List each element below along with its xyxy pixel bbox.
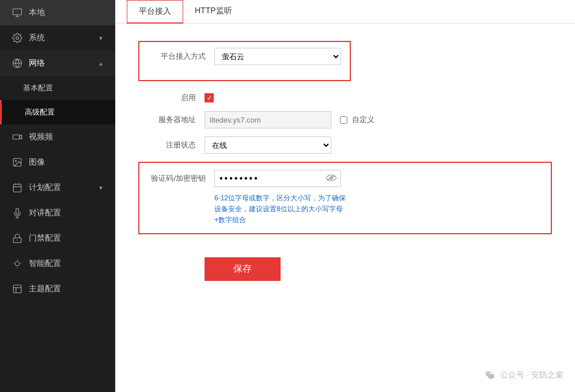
sidebar-item-local[interactable]: 本地 <box>0 0 115 25</box>
sidebar-item-door-config[interactable]: 门禁配置 <box>0 226 115 251</box>
platform-method-label: 平台接入方式 <box>148 51 206 62</box>
sidebar-item-label: 网络 <box>29 58 45 68</box>
svg-rect-10 <box>13 184 21 192</box>
sidebar-item-label: 基本配置 <box>23 83 53 93</box>
svg-rect-23 <box>13 285 21 293</box>
custom-label: 自定义 <box>352 115 374 125</box>
svg-point-17 <box>17 239 18 241</box>
enable-checkbox[interactable] <box>205 93 214 102</box>
tab-platform-access[interactable]: 平台接入 <box>127 0 183 24</box>
sidebar-item-label: 计划配置 <box>29 182 61 193</box>
smart-icon <box>12 258 23 269</box>
sidebar-item-image[interactable]: 图像 <box>0 150 115 175</box>
main-content: 平台接入 HTTP监听 平台接入方式 萤石云其他 启用 服务器地址 自定义 <box>115 0 575 392</box>
sidebar-item-label: 图像 <box>29 157 45 168</box>
intercom-icon <box>12 207 23 219</box>
platform-method-select[interactable]: 萤石云其他 <box>214 48 341 65</box>
enable-row: 启用 <box>138 93 552 103</box>
video-icon <box>12 131 23 143</box>
platform-method-row: 平台接入方式 萤石云其他 <box>148 48 341 65</box>
sidebar-item-advanced-config[interactable]: 高级配置 <box>0 100 115 124</box>
register-status-select[interactable]: 在线离线 <box>205 136 331 154</box>
sidebar-item-label: 本地 <box>29 7 45 18</box>
svg-point-18 <box>15 261 20 266</box>
chevron-down-icon: ▼ <box>98 35 104 41</box>
sidebar-item-plan-config[interactable]: 计划配置 ▼ <box>0 175 115 200</box>
sidebar-item-system[interactable]: 系统 ▼ <box>0 25 115 51</box>
sidebar-item-label: 高级配置 <box>25 107 55 117</box>
sidebar-item-smart-config[interactable]: 智能配置 <box>0 251 115 276</box>
sidebar-item-label: 系统 <box>29 33 45 43</box>
auth-hint: 6-12位字母或数字，区分大小写，为了确保设备安全，建议设置8位以上的大小写字母… <box>214 193 353 226</box>
system-icon <box>12 32 23 44</box>
sidebar-item-label: 智能配置 <box>29 258 61 269</box>
sidebar: 本地 系统 ▼ 网络 ▲ 基本配置 高级配置 视频频 图像 <box>0 0 115 392</box>
custom-checkbox[interactable] <box>340 116 347 124</box>
sidebar-item-label: 主题配置 <box>29 284 61 294</box>
auth-hint-row: 6-12位字母或数字，区分大小写，为了确保设备安全，建议设置8位以上的大小写字母… <box>148 193 542 226</box>
chevron-down-icon: ▼ <box>98 185 104 191</box>
server-address-label: 服务器地址 <box>138 115 196 125</box>
sidebar-item-basic-config[interactable]: 基本配置 <box>0 76 115 100</box>
tab-http-monitor[interactable]: HTTP监听 <box>183 0 244 24</box>
sidebar-item-label: 视频频 <box>29 132 53 142</box>
enable-label: 启用 <box>138 93 196 103</box>
platform-method-section: 平台接入方式 萤石云其他 <box>138 41 351 81</box>
sidebar-item-network[interactable]: 网络 ▲ <box>0 51 115 76</box>
platform-access-content: 平台接入方式 萤石云其他 启用 服务器地址 自定义 注册状态 在线离线 验 <box>115 24 575 392</box>
register-status-row: 注册状态 在线离线 <box>138 136 552 154</box>
svg-point-3 <box>16 37 19 40</box>
chevron-up-icon: ▲ <box>98 60 104 67</box>
sidebar-item-label: 对讲配置 <box>29 208 61 218</box>
auth-row: 验证码/加密密钥 <box>148 170 542 187</box>
auth-input[interactable] <box>214 170 341 187</box>
sidebar-item-label: 门禁配置 <box>29 233 61 243</box>
tab-bar: 平台接入 HTTP监听 <box>115 0 575 24</box>
server-address-input[interactable] <box>205 111 331 128</box>
image-icon <box>12 157 23 168</box>
plan-icon <box>12 182 23 193</box>
auth-label: 验证码/加密密钥 <box>148 173 206 184</box>
svg-rect-0 <box>13 9 22 15</box>
theme-icon <box>12 283 23 295</box>
server-address-row: 服务器地址 自定义 <box>138 111 552 128</box>
save-button[interactable]: 保存 <box>205 257 281 281</box>
sidebar-item-intercom-config[interactable]: 对讲配置 <box>0 200 115 226</box>
toggle-password-icon[interactable] <box>326 174 336 183</box>
sidebar-item-video[interactable]: 视频频 <box>0 124 115 150</box>
svg-rect-6 <box>13 135 20 139</box>
auth-section: 验证码/加密密钥 6-12位字母或数字，区分大小写，为了确保设备安全，建议设置8… <box>138 162 552 234</box>
door-icon <box>12 233 23 244</box>
svg-point-9 <box>15 160 16 161</box>
sidebar-item-theme-config[interactable]: 主题配置 <box>0 276 115 302</box>
auth-input-wrapper <box>214 170 341 187</box>
network-icon <box>12 58 23 69</box>
register-status-label: 注册状态 <box>138 140 196 150</box>
monitor-icon <box>12 7 23 18</box>
